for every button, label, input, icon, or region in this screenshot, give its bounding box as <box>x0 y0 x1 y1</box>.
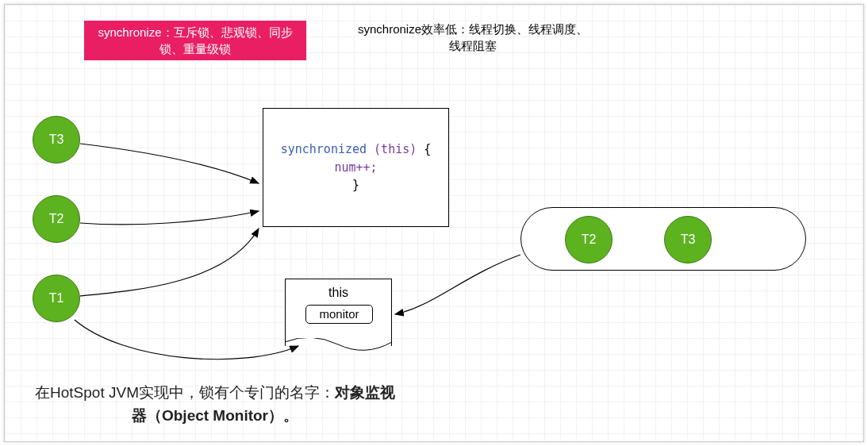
thread-circle-t1: T1 <box>33 275 80 322</box>
thread-label: T3 <box>49 133 64 147</box>
pink-header-box: synchronize：互斥锁、悲观锁、同步锁、重量级锁 <box>84 21 306 60</box>
monitor-badge: monitor <box>305 305 373 324</box>
footer-prefix: 在HotSpot JVM实现中，锁有个专门的名字： <box>35 384 335 401</box>
thread-circle-t3: T3 <box>33 116 80 163</box>
synchronized-code-block: synchronized (this) { num++; } <box>263 108 449 227</box>
code-keyword: synchronized <box>281 142 367 156</box>
thread-label: T1 <box>49 291 64 306</box>
footer-text: 在HotSpot JVM实现中，锁有个专门的名字：对象监视器（Object Mo… <box>33 382 398 427</box>
code-open-brace: { <box>417 142 431 156</box>
thread-label: T2 <box>49 212 64 226</box>
wait-queue-box: T2 T3 <box>520 207 806 271</box>
arrow-t1-to-code <box>80 229 259 296</box>
monitor-this-label: this <box>286 286 391 300</box>
arrow-t3-to-code <box>80 144 259 183</box>
code-body: num++; <box>334 160 377 175</box>
thread-label: T2 <box>582 233 597 247</box>
monitor-box: this monitor <box>285 279 392 346</box>
arrow-t2-to-code <box>80 211 259 225</box>
queue-thread-t3: T3 <box>664 216 712 263</box>
thread-label: T3 <box>681 233 696 247</box>
thread-circle-t2: T2 <box>33 195 80 243</box>
queue-thread-t2: T2 <box>565 216 613 263</box>
arrow-t1-to-monitor <box>75 320 298 359</box>
code-close-brace: } <box>352 178 359 192</box>
code-this: (this) <box>374 142 417 156</box>
pink-header-text: synchronize：互斥锁、悲观锁、同步锁、重量级锁 <box>98 25 292 56</box>
diagram-frame: synchronize：互斥锁、悲观锁、同步锁、重量级锁 synchronize… <box>4 4 864 442</box>
header-right-text: synchronize效率低：线程切换、线程调度、线程阻塞 <box>354 21 592 54</box>
arrow-queue-to-monitor <box>395 255 520 314</box>
